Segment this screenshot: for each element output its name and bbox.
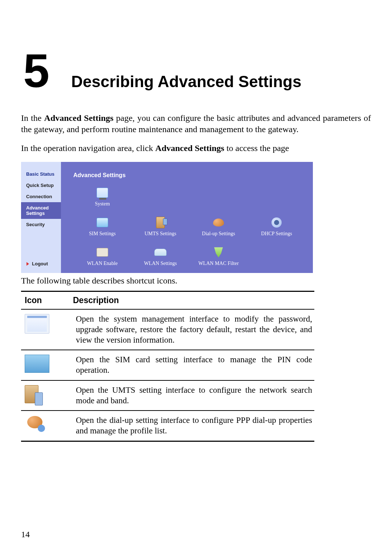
intro-paragraph-2: In the operation navigation area, click … bbox=[21, 143, 371, 154]
table-icon-cell bbox=[21, 350, 72, 380]
shortcut-icons-table: Icon Description Open the system managem… bbox=[21, 291, 314, 442]
nav-quick-setup[interactable]: Quick Setup bbox=[21, 180, 61, 191]
tile-label: WLAN Settings bbox=[131, 261, 189, 266]
dialup-icon bbox=[212, 216, 225, 229]
router-nav-list: Basic Status Quick Setup Connection Adva… bbox=[21, 162, 61, 257]
tile-wlan-mac-filter[interactable]: WLAN MAC Filter bbox=[189, 246, 248, 266]
nav-advanced-settings[interactable]: Advanced Settings bbox=[21, 202, 61, 219]
nav-connection[interactable]: Connection bbox=[21, 191, 61, 202]
sim-icon bbox=[96, 216, 109, 229]
tile-label: WLAN Enable bbox=[73, 261, 131, 266]
table-desc-cell: Open the dial-up setting interface to co… bbox=[72, 411, 314, 441]
advanced-settings-term: Advanced Settings bbox=[44, 113, 114, 123]
table-icon-cell bbox=[21, 309, 72, 350]
tile-label: UMTS Settings bbox=[131, 231, 189, 237]
table-row: Open the UMTS setting interface to confi… bbox=[21, 380, 314, 411]
tile-label: Dial-up Settings bbox=[189, 231, 248, 237]
sim-icon bbox=[25, 355, 49, 373]
dhcp-icon bbox=[270, 216, 283, 229]
router-main-title: Advanced Settings bbox=[73, 172, 306, 179]
tile-dhcp-settings[interactable]: DHCP Settings bbox=[248, 216, 306, 237]
router-row-2: SIM Settings UMTS Settings Dial-up Setti… bbox=[73, 216, 306, 237]
system-icon bbox=[25, 314, 49, 334]
router-main: Advanced Settings System SIM Settings bbox=[61, 162, 313, 273]
table-icon-cell bbox=[21, 411, 72, 441]
tile-label: WLAN MAC Filter bbox=[189, 261, 248, 266]
chapter-heading: 5 Describing Advanced Settings bbox=[23, 47, 371, 94]
wlan-mac-filter-icon bbox=[212, 246, 225, 258]
router-nav-bottom: Logout bbox=[21, 257, 61, 273]
tile-sim-settings[interactable]: SIM Settings bbox=[73, 216, 131, 237]
dialup-icon bbox=[25, 416, 45, 433]
table-header-description: Description bbox=[72, 291, 314, 310]
tile-dialup-settings[interactable]: Dial-up Settings bbox=[189, 216, 248, 237]
tile-wlan-settings[interactable]: WLAN Settings bbox=[131, 246, 189, 266]
text: In the bbox=[21, 113, 44, 123]
table-row: Open the SIM card setting interface to m… bbox=[21, 350, 314, 380]
system-icon bbox=[96, 187, 109, 199]
tile-label: DHCP Settings bbox=[248, 231, 306, 237]
text: In the operation navigation area, click bbox=[21, 143, 155, 153]
logout-button[interactable]: Logout bbox=[26, 261, 56, 266]
table-header-icon: Icon bbox=[21, 291, 72, 310]
table-row: Open the system management interface to … bbox=[21, 309, 314, 350]
table-desc-cell: Open the SIM card setting interface to m… bbox=[72, 350, 314, 380]
table-icon-cell bbox=[21, 380, 72, 411]
tile-umts-settings[interactable]: UMTS Settings bbox=[131, 216, 189, 237]
wlan-enable-icon bbox=[96, 246, 109, 258]
nav-security[interactable]: Security bbox=[21, 219, 61, 230]
chapter-number: 5 bbox=[23, 47, 49, 94]
advanced-settings-term: Advanced Settings bbox=[155, 143, 224, 153]
table-desc-cell: Open the system management interface to … bbox=[72, 309, 314, 350]
chapter-title: Describing Advanced Settings bbox=[71, 73, 301, 90]
router-row-3: WLAN Enable WLAN Settings WLAN MAC Filte… bbox=[73, 246, 306, 266]
tile-label: SIM Settings bbox=[73, 231, 131, 237]
umts-icon bbox=[25, 385, 43, 405]
tile-wlan-enable[interactable]: WLAN Enable bbox=[73, 246, 131, 266]
table-desc-cell: Open the UMTS setting interface to confi… bbox=[72, 380, 314, 411]
router-ui-screenshot: Basic Status Quick Setup Connection Adva… bbox=[21, 162, 313, 273]
tile-system[interactable]: System bbox=[73, 187, 131, 207]
table-header-row: Icon Description bbox=[21, 291, 314, 310]
router-nav: Basic Status Quick Setup Connection Adva… bbox=[21, 162, 61, 273]
tile-label: System bbox=[73, 201, 131, 207]
nav-basic-status[interactable]: Basic Status bbox=[21, 168, 61, 180]
router-icon-grid: System SIM Settings UMTS Settings Dial-u bbox=[73, 187, 306, 266]
table-intro: The following table describes shortcut i… bbox=[21, 276, 371, 286]
table-row: Open the dial-up setting interface to co… bbox=[21, 411, 314, 441]
logout-icon bbox=[26, 262, 30, 266]
umts-icon bbox=[154, 216, 167, 229]
text: to access the page bbox=[224, 143, 289, 153]
page-number: 14 bbox=[21, 530, 30, 539]
wlan-settings-icon bbox=[154, 246, 167, 258]
router-row-1: System bbox=[73, 187, 306, 207]
logout-label: Logout bbox=[32, 261, 48, 266]
intro-paragraph-1: In the Advanced Settings page, you can c… bbox=[21, 113, 371, 135]
